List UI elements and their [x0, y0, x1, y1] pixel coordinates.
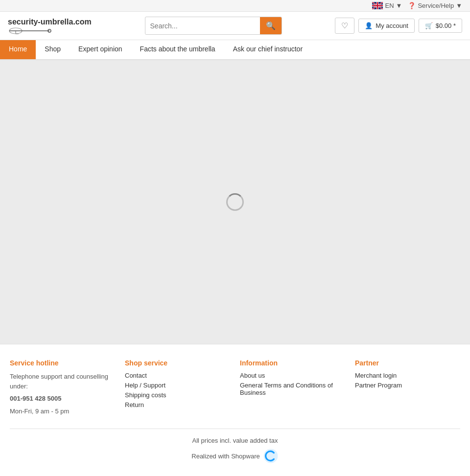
shopware-logo-icon — [263, 448, 279, 464]
footer-partner-col: Partner Merchant login Partner Program — [355, 359, 460, 419]
hotline-hours: Mon-Fri, 9 am - 5 pm — [10, 407, 115, 416]
account-label: My account — [376, 22, 408, 29]
footer-grid: Service hotline Telephone support and co… — [10, 359, 460, 419]
uk-flag-icon — [372, 2, 383, 9]
logo-umbrella-icon — [8, 27, 52, 34]
footer-help-link[interactable]: Help / Support — [125, 382, 230, 389]
hotline-desc: Telephone support and counselling under: — [10, 372, 115, 391]
question-circle-icon: ❓ — [408, 2, 416, 9]
nav-item-shop[interactable]: Shop — [36, 40, 70, 59]
lang-chevron-icon: ▼ — [396, 2, 402, 9]
footer-merchant-link[interactable]: Merchant login — [355, 372, 460, 379]
top-bar: EN ▼ ❓ Service/Help ▼ — [0, 0, 470, 12]
service-help-link[interactable]: ❓ Service/Help ▼ — [408, 2, 462, 9]
nav-item-home[interactable]: Home — [0, 40, 36, 59]
footer-bottom: All prices incl. value added tax Realize… — [10, 429, 460, 464]
search-input[interactable] — [145, 18, 260, 34]
account-button[interactable]: 👤 My account — [358, 19, 414, 33]
footer-terms-link[interactable]: General Terms and Conditions of Business — [240, 382, 345, 396]
partner-title: Partner — [355, 359, 460, 367]
footer-shipping-link[interactable]: Shipping costs — [125, 391, 230, 399]
footer-shop-service-col: Shop service Contact Help / Support Ship… — [125, 359, 230, 419]
user-icon: 👤 — [365, 22, 373, 29]
language-selector[interactable]: EN ▼ — [372, 2, 402, 9]
loading-spinner — [226, 193, 244, 211]
information-title: Information — [240, 359, 345, 367]
search-button[interactable]: 🔍 — [260, 17, 282, 34]
search-bar: 🔍 — [145, 17, 282, 35]
logo-name: security-umbrella.com — [8, 18, 92, 26]
main-nav: Home Shop Expert opinion Facts about the… — [0, 40, 470, 60]
shop-service-title: Shop service — [125, 359, 230, 367]
service-chevron-icon: ▼ — [456, 2, 462, 9]
hotline-phone: 001-951 428 5005 — [10, 394, 115, 404]
footer-return-link[interactable]: Return — [125, 401, 230, 408]
lang-label: EN — [385, 2, 394, 9]
footer: Service hotline Telephone support and co… — [0, 344, 470, 474]
logo[interactable]: security-umbrella.com — [8, 18, 92, 34]
nav-item-instructor[interactable]: Ask our chief instructor — [224, 40, 311, 59]
main-content — [0, 60, 470, 344]
header-actions: ♡ 👤 My account 🛒 $0.00 * — [335, 18, 462, 34]
header: security-umbrella.com 🔍 ♡ 👤 My account 🛒 — [0, 12, 470, 40]
footer-contact-link[interactable]: Contact — [125, 372, 230, 379]
cart-icon: 🛒 — [425, 22, 433, 29]
nav-item-expert-opinion[interactable]: Expert opinion — [70, 40, 131, 59]
service-label: Service/Help — [418, 2, 454, 9]
footer-about-link[interactable]: About us — [240, 372, 345, 379]
heart-icon: ♡ — [341, 22, 348, 30]
cart-label: $0.00 * — [436, 22, 456, 29]
search-icon: 🔍 — [266, 22, 276, 30]
wishlist-button[interactable]: ♡ — [335, 18, 354, 34]
footer-partner-program-link[interactable]: Partner Program — [355, 382, 460, 389]
nav-item-facts[interactable]: Facts about the umbrella — [131, 40, 224, 59]
footer-hotline-col: Service hotline Telephone support and co… — [10, 359, 115, 419]
hotline-title: Service hotline — [10, 359, 115, 367]
footer-information-col: Information About us General Terms and C… — [240, 359, 345, 419]
shopware-section: Realized with Shopware — [10, 448, 460, 464]
footer-vat-text: All prices incl. value added tax — [10, 437, 460, 444]
shopware-text: Realized with Shopware — [191, 453, 259, 460]
cart-button[interactable]: 🛒 $0.00 * — [419, 19, 462, 33]
